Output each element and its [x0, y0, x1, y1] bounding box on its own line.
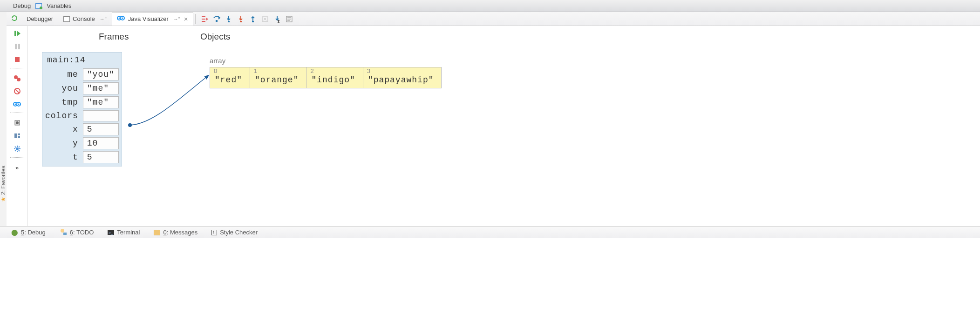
view-breakpoints-icon[interactable]: [10, 73, 24, 84]
restore-layout-icon[interactable]: [10, 130, 24, 141]
close-icon[interactable]: ×: [184, 15, 188, 23]
array-box: 0"red"1"orange"2"indigo"3"papayawhip": [210, 67, 442, 88]
console-icon: [63, 16, 70, 22]
settings-icon[interactable]: [10, 143, 24, 154]
svg-point-22: [16, 121, 19, 124]
array-index: 3: [366, 67, 436, 74]
get-thread-dump-icon[interactable]: [10, 117, 24, 128]
svg-rect-23: [14, 133, 17, 138]
svg-rect-24: [18, 133, 20, 135]
bottom-terminal[interactable]: >_ Terminal: [108, 229, 140, 236]
svg-point-28: [61, 229, 64, 233]
step-over-icon[interactable]: [212, 15, 221, 23]
favorites-tab[interactable]: ★ 2: Favorites: [0, 166, 7, 202]
visualizer-icon[interactable]: [10, 99, 24, 110]
array-value: "papayawhip": [366, 74, 436, 86]
pin-icon[interactable]: →": [100, 16, 107, 22]
array-cell: 3"papayawhip": [363, 67, 442, 88]
show-execution-point-icon[interactable]: [200, 15, 209, 23]
array-index: 0: [213, 67, 244, 74]
svg-rect-4: [216, 20, 218, 22]
var-value: 5: [83, 151, 119, 163]
drop-frame-icon[interactable]: [261, 15, 269, 23]
var-name: t: [45, 153, 80, 162]
tab-debugger[interactable]: Debugger: [21, 13, 58, 26]
pause-icon[interactable]: [10, 41, 24, 52]
svg-rect-11: [15, 44, 17, 49]
debug-label: Debug: [13, 2, 31, 9]
array-cell: 2"indigo": [306, 67, 362, 88]
array-cell: 1"orange": [250, 67, 306, 88]
var-name: me: [45, 70, 80, 79]
var-name: y: [45, 139, 80, 148]
pin-icon[interactable]: →": [173, 16, 180, 22]
rerun-icon[interactable]: [10, 14, 19, 24]
objects-header: Objects: [200, 32, 230, 42]
var-value: 10: [83, 137, 119, 149]
svg-rect-29: [63, 233, 67, 235]
array-value: "orange": [253, 74, 300, 86]
bug-icon: ⬤: [11, 229, 18, 236]
variables-label: Variables: [47, 2, 71, 9]
svg-point-27: [128, 123, 132, 127]
tab-java-visualizer[interactable]: Java Visualizer →" ×: [112, 13, 193, 26]
svg-rect-6: [240, 21, 242, 22]
favorites-rail: ★ 2: Favorites: [0, 12, 7, 226]
bottom-messages[interactable]: 0: Messages: [154, 229, 197, 236]
svg-point-2: [118, 18, 120, 19]
frame-title: main:14: [42, 53, 122, 68]
array-type-label: array: [210, 57, 225, 65]
variables-icon: [35, 3, 42, 9]
svg-rect-5: [228, 21, 230, 22]
svg-rect-12: [18, 44, 20, 49]
var-name: x: [45, 125, 80, 134]
svg-rect-7: [252, 21, 254, 22]
svg-rect-10: [14, 31, 16, 36]
svg-point-3: [122, 18, 123, 19]
svg-point-15: [17, 78, 20, 81]
evaluate-expression-icon[interactable]: [285, 15, 293, 23]
resume-icon[interactable]: [10, 28, 24, 39]
frames-header: Frames: [99, 32, 129, 42]
array-value: "indigo": [309, 74, 357, 86]
tab-console[interactable]: Console →": [58, 13, 112, 26]
var-value: [83, 110, 119, 121]
stop-icon[interactable]: [10, 54, 24, 65]
frame-box: main:14 me"you"you"me"tmp"me"colorsx5y10…: [42, 52, 122, 166]
bottom-debug[interactable]: ⬤ 5: Debug: [11, 229, 46, 236]
svg-point-19: [14, 104, 16, 105]
array-index: 1: [253, 67, 300, 74]
top-bar: Debug Variables: [0, 0, 980, 12]
visualizer-area: Frames Objects main:14 me"you"you"me"tmp…: [28, 26, 980, 226]
var-value: "me": [83, 96, 119, 108]
svg-point-20: [18, 104, 19, 105]
var-name: you: [45, 84, 80, 93]
messages-icon: [154, 230, 160, 235]
expand-icon[interactable]: »: [10, 162, 24, 173]
terminal-icon: >_: [108, 230, 114, 235]
array-value: "red": [213, 74, 244, 86]
style-checker-icon: !: [211, 230, 217, 235]
svg-point-26: [16, 147, 19, 150]
bottom-bar: ⬤ 5: Debug 6: TODO >_ Terminal 0: Messag…: [0, 226, 980, 238]
var-value: "me": [83, 82, 119, 94]
todo-icon: [60, 228, 67, 236]
force-step-into-icon[interactable]: [237, 15, 245, 23]
var-value: "you": [83, 68, 119, 80]
debug-button-column: »: [7, 26, 28, 226]
bottom-todo[interactable]: 6: TODO: [60, 228, 94, 236]
var-name: colors: [45, 111, 80, 120]
star-icon: ★: [0, 197, 7, 202]
var-name: tmp: [45, 98, 80, 107]
step-toolbar: [197, 15, 293, 23]
run-to-cursor-icon[interactable]: [273, 15, 281, 23]
step-out-icon[interactable]: [249, 15, 257, 23]
visualizer-icon: [117, 15, 125, 23]
mute-breakpoints-icon[interactable]: [10, 86, 24, 97]
svg-rect-13: [15, 57, 20, 62]
var-value: 5: [83, 123, 119, 135]
step-into-icon[interactable]: [225, 15, 233, 23]
bottom-style-checker[interactable]: ! Style Checker: [211, 229, 258, 236]
tabs-row: Debugger Console →" Java Visualizer →" ×: [7, 12, 980, 26]
array-cell: 0"red": [210, 67, 250, 88]
